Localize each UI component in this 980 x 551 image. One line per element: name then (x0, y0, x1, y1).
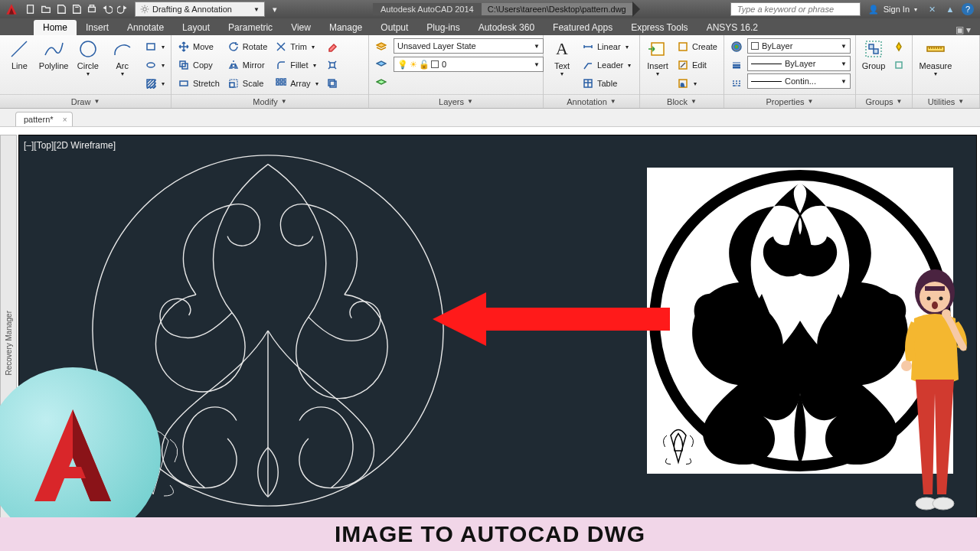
rect-button[interactable]: ▾ (143, 38, 166, 55)
ribbon-expand-icon[interactable]: ▣ ▾ (946, 24, 980, 35)
tab-plugins[interactable]: Plug-ins (417, 20, 469, 35)
group-button[interactable]: Group (861, 38, 887, 70)
tab-manage[interactable]: Manage (320, 20, 371, 35)
help-icon[interactable]: ? (962, 3, 974, 15)
circle-button[interactable]: Circle▾ (74, 38, 103, 77)
group-edit-button[interactable] (891, 57, 906, 73)
layer-state-dropdown[interactable]: Unsaved Layer State▼ (394, 38, 544, 54)
explode-button[interactable] (325, 57, 340, 73)
create-block-button[interactable]: Create (675, 38, 719, 55)
copy-icon (178, 59, 190, 71)
tab-layout[interactable]: Layout (173, 20, 219, 35)
qat-dropdown[interactable]: ▾ (268, 2, 282, 16)
arc-button[interactable]: Arc▾ (107, 38, 137, 77)
insert-button[interactable]: Insert▾ (645, 38, 671, 77)
erase-button[interactable] (325, 38, 340, 55)
tab-ansys[interactable]: ANSYS 16.2 (697, 20, 767, 35)
panel-title-properties: Properties (766, 97, 804, 106)
layer-iso-button[interactable] (374, 57, 389, 73)
document-tabs: pattern*× (0, 109, 980, 127)
undo-icon[interactable] (100, 2, 114, 16)
lineweight-dropdown[interactable]: Contin...▼ (747, 73, 851, 89)
tab-output[interactable]: Output (371, 20, 417, 35)
tab-express-tools[interactable]: Express Tools (622, 20, 697, 35)
doc-tab-pattern[interactable]: pattern*× (15, 112, 73, 126)
signin-button[interactable]: 👤 Sign In ▾ (868, 5, 917, 15)
lineweight-icon (730, 59, 743, 71)
tab-featured-apps[interactable]: Featured Apps (544, 20, 622, 35)
svg-rect-21 (330, 81, 336, 87)
save-icon[interactable] (54, 2, 68, 16)
plot-icon[interactable] (85, 2, 99, 16)
tab-annotate[interactable]: Annotate (118, 20, 173, 35)
search-input[interactable] (730, 2, 861, 16)
hatch-button[interactable]: ▾ (143, 75, 166, 92)
layer-prop-icon (375, 41, 387, 53)
linear-icon (582, 41, 594, 53)
svg-rect-1 (89, 7, 96, 11)
move-button[interactable]: Move (176, 38, 221, 55)
measure-button[interactable]: Measure▾ (917, 38, 954, 77)
trim-button[interactable]: Trim▾ (273, 38, 319, 55)
edit-attr-button[interactable]: a▾ (675, 75, 719, 92)
linetype-dropdown[interactable]: ByLayer▼ (747, 56, 851, 71)
array-button[interactable]: Array▾ (273, 75, 319, 92)
svg-rect-2 (90, 5, 93, 8)
tab-parametric[interactable]: Parametric (219, 20, 282, 35)
ltype-btn[interactable] (729, 75, 744, 92)
layer-prop-button[interactable] (374, 38, 389, 55)
bulb-icon: 💡 (397, 60, 408, 70)
panel-modify: Move Copy Stretch Rotate Mirror Scale Tr… (172, 35, 369, 108)
fillet-button[interactable]: Fillet▾ (273, 57, 319, 73)
title-arrow-icon (632, 2, 640, 17)
panel-draw: Line Polyline Circle▾ Arc▾ ▾ ▾ ▾ Draw▼ (0, 35, 172, 108)
panel-title-draw: Draw (71, 97, 91, 106)
line-button[interactable]: Line (5, 38, 34, 70)
layer-color-swatch (431, 60, 439, 68)
saveas-icon[interactable] (70, 2, 83, 16)
svg-rect-16 (276, 83, 279, 85)
text-button[interactable]: AText▾ (548, 38, 576, 77)
open-icon[interactable] (39, 2, 53, 16)
new-icon[interactable] (24, 2, 38, 16)
viewport-label[interactable]: [–][Top][2D Wireframe] (24, 140, 116, 151)
tab-autodesk360[interactable]: Autodesk 360 (469, 20, 544, 35)
polyline-button[interactable]: Polyline (39, 38, 69, 70)
ellipse-button[interactable]: ▾ (143, 57, 166, 73)
table-button[interactable]: Table (580, 75, 632, 92)
app-store-icon[interactable]: ▲ (943, 2, 957, 16)
autocad-logo-icon[interactable] (0, 0, 23, 18)
layer-current-dropdown[interactable]: 💡 ☀ 🔓 0▼ (394, 57, 544, 72)
rotate-button[interactable]: Rotate (226, 38, 269, 55)
svg-rect-32 (896, 62, 902, 68)
close-icon[interactable]: × (63, 116, 67, 124)
arc-icon (112, 38, 133, 60)
lwt-btn[interactable] (729, 57, 744, 73)
scale-button[interactable]: Scale (226, 75, 269, 92)
insert-icon (647, 38, 668, 60)
panel-title-utilities: Utilities (928, 97, 955, 106)
drawing-canvas[interactable]: [–][Top][2D Wireframe] (18, 135, 977, 551)
workspace-dropdown[interactable]: Drafting & Annotation ▼ (135, 2, 265, 17)
panel-title-block: Block (667, 97, 688, 106)
edit-block-button[interactable]: Edit (675, 57, 719, 73)
color-dropdown[interactable]: ByLayer▼ (747, 38, 851, 54)
exchange-icon[interactable]: ✕ (925, 2, 939, 16)
ungroup-button[interactable] (891, 38, 906, 55)
stretch-button[interactable]: Stretch (176, 75, 221, 92)
svg-point-40 (939, 297, 943, 301)
tab-view[interactable]: View (282, 20, 320, 35)
color-btn[interactable] (729, 38, 744, 55)
trim-icon (275, 41, 287, 53)
offset-button[interactable] (325, 75, 340, 92)
tab-home[interactable]: Home (34, 20, 77, 35)
mirror-button[interactable]: Mirror (226, 57, 269, 73)
panel-block: Insert▾ Create Edit a▾ Block▼ (640, 35, 724, 108)
linear-dim-button[interactable]: Linear▾ (580, 38, 632, 55)
redo-icon[interactable] (116, 2, 129, 16)
copy-button[interactable]: Copy (176, 57, 221, 73)
tab-insert[interactable]: Insert (77, 20, 118, 35)
leader-button[interactable]: Leader▾ (580, 57, 632, 73)
fillet-icon (275, 59, 287, 71)
layer-match-button[interactable] (374, 75, 389, 92)
